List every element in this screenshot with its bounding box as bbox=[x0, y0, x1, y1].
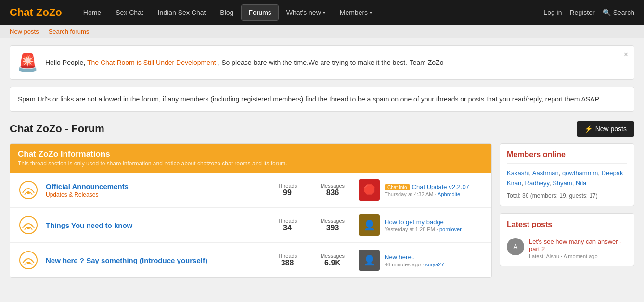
forum-icon-1 bbox=[18, 214, 39, 236]
forum-threads-count-0: 99 bbox=[283, 189, 292, 197]
new-posts-button[interactable]: ⚡ New posts bbox=[577, 121, 634, 137]
forum-threads-count-1: 34 bbox=[283, 224, 292, 232]
forum-info-1: Things You need to know bbox=[46, 221, 261, 229]
latest-avatar-2: 👤 bbox=[359, 250, 380, 271]
forum-threads-count-2: 388 bbox=[281, 259, 294, 267]
logo-chat: Chat bbox=[10, 6, 36, 18]
forum-stats-messages-2: Messages 6.9K bbox=[313, 253, 352, 267]
member-link-2[interactable]: gowthammm bbox=[562, 169, 598, 176]
whats-new-chevron: ▾ bbox=[323, 10, 325, 15]
forum-icon-2 bbox=[18, 250, 39, 271]
alert-icon: 🚨 bbox=[17, 52, 39, 73]
latest-tag-0: Chat Info bbox=[385, 184, 410, 190]
forum-info-0: Official Announcements Updates & Release… bbox=[46, 182, 261, 198]
forum-row-0: Official Announcements Updates & Release… bbox=[10, 173, 491, 208]
forum-category-0: Chat ZoZo Informations This thread secti… bbox=[10, 143, 492, 278]
members-list: Kakashi, Aashman, gowthammm, Deepak Kira… bbox=[507, 168, 627, 189]
forum-name-1[interactable]: Things You need to know bbox=[46, 221, 261, 229]
lightning-icon: ⚡ bbox=[584, 125, 592, 133]
nav-home[interactable]: Home bbox=[77, 5, 108, 20]
nav-whats-new[interactable]: What's new ▾ bbox=[280, 5, 332, 20]
login-link[interactable]: Log in bbox=[543, 9, 562, 16]
latest-author-2[interactable]: surya27 bbox=[425, 262, 444, 267]
latest-author-1[interactable]: pornlover bbox=[439, 226, 462, 232]
latest-post-meta-0: Latest: Aishu · A moment ago bbox=[529, 253, 627, 259]
latest-title-0[interactable]: Chat Update v2.2.07 bbox=[412, 183, 469, 190]
nav-indian-sex-chat[interactable]: Indian Sex Chat bbox=[151, 5, 213, 20]
forum-stats-messages-1: Messages 393 bbox=[313, 218, 352, 232]
forum-icon-0 bbox=[18, 179, 39, 201]
svg-point-4 bbox=[20, 216, 37, 234]
top-navbar: Chat ZoZo Home Sex Chat Indian Sex Chat … bbox=[0, 0, 644, 25]
members-online-box: Members online Kakashi, Aashman, gowtham… bbox=[500, 143, 634, 206]
latest-meta-1: Yesterday at 1:28 PM · pornlover bbox=[385, 226, 462, 232]
alert-text: Hello People, The Chat Room is Still Und… bbox=[45, 58, 443, 68]
nav-right: Log in Register 🔍 Search bbox=[543, 9, 634, 16]
search-icon: 🔍 bbox=[603, 9, 611, 16]
members-total: Total: 36 (members: 19, guests: 17) bbox=[507, 192, 627, 199]
new-posts-link[interactable]: New posts bbox=[10, 28, 39, 35]
latest-info-2: New here.. 46 minutes ago · surya27 bbox=[385, 253, 444, 267]
forum-sidebar: Members online Kakashi, Aashman, gowtham… bbox=[500, 143, 634, 285]
members-online-title: Members online bbox=[507, 151, 627, 164]
forum-stats-threads-2: Threads 388 bbox=[268, 253, 307, 267]
forum-main: Chat ZoZo Informations This thread secti… bbox=[10, 143, 492, 285]
forum-section-title: Chat ZoZo - Forum bbox=[10, 123, 104, 135]
forum-sub-0: Updates & Releases bbox=[46, 191, 261, 198]
latest-meta-2: 46 minutes ago · surya27 bbox=[385, 262, 444, 267]
latest-info-0: Chat InfoChat Update v2.2.07 Thursday at… bbox=[385, 183, 469, 197]
forum-name-0[interactable]: Official Announcements bbox=[46, 182, 261, 190]
member-link-5[interactable]: Shyam bbox=[553, 179, 572, 187]
forum-name-2[interactable]: New here ? Say something (Introduce your… bbox=[46, 256, 261, 264]
logo-zozo: ZoZo bbox=[36, 6, 62, 18]
category-title-0: Chat ZoZo Informations bbox=[18, 150, 484, 159]
main-content: 🚨 Hello People, The Chat Room is Still U… bbox=[0, 38, 644, 291]
latest-title-1[interactable]: How to get my badge bbox=[385, 218, 444, 226]
category-header-0: Chat ZoZo Informations This thread secti… bbox=[10, 144, 491, 173]
forum-stats-threads-1: Threads 34 bbox=[268, 218, 307, 232]
latest-post-info-0: Let's see how many can answer - part 2 L… bbox=[529, 238, 627, 259]
svg-point-6 bbox=[20, 252, 37, 269]
latest-post-title-0[interactable]: Let's see how many can answer - part 2 bbox=[529, 238, 627, 252]
nav-sex-chat[interactable]: Sex Chat bbox=[109, 5, 150, 20]
latest-post-item-0: A Let's see how many can answer - part 2… bbox=[507, 238, 627, 259]
latest-posts-box: Latest posts A Let's see how many can an… bbox=[500, 213, 634, 266]
forum-latest-0: 🛑 Chat InfoChat Update v2.2.07 Thursday … bbox=[359, 179, 484, 201]
members-chevron: ▾ bbox=[370, 10, 372, 15]
nav-forums[interactable]: Forums bbox=[241, 4, 278, 21]
latest-title-2[interactable]: New here.. bbox=[385, 253, 415, 261]
latest-avatar-0: 🛑 bbox=[359, 179, 380, 201]
member-link-0[interactable]: Kakashi bbox=[507, 169, 529, 176]
svg-point-0 bbox=[20, 181, 37, 199]
latest-meta-0: Thursday at 4:32 AM · Aphrodite bbox=[385, 191, 469, 197]
nav-members[interactable]: Members ▾ bbox=[333, 5, 379, 20]
latest-author-0[interactable]: Aphrodite bbox=[438, 191, 460, 197]
forum-latest-2: 👤 New here.. 46 minutes ago · surya27 bbox=[359, 250, 484, 271]
forum-info-2: New here ? Say something (Introduce your… bbox=[46, 256, 261, 264]
site-logo[interactable]: Chat ZoZo bbox=[10, 6, 62, 19]
forum-messages-count-2: 6.9K bbox=[324, 259, 341, 267]
search-forums-link[interactable]: Search forums bbox=[49, 28, 90, 35]
register-link[interactable]: Register bbox=[570, 9, 595, 16]
forum-stats-threads-0: Threads 99 bbox=[268, 183, 307, 197]
member-link-1[interactable]: Aashman bbox=[532, 169, 559, 176]
forum-layout: Chat ZoZo Informations This thread secti… bbox=[10, 143, 634, 285]
alert-banner: 🚨 Hello People, The Chat Room is Still U… bbox=[10, 45, 634, 80]
latest-info-1: How to get my badge Yesterday at 1:28 PM… bbox=[385, 218, 462, 232]
forum-messages-count-0: 836 bbox=[326, 189, 339, 197]
latest-posts-title: Latest posts bbox=[507, 220, 627, 233]
member-link-4[interactable]: Radheyy bbox=[525, 179, 549, 187]
member-link-6[interactable]: Nila bbox=[576, 179, 586, 187]
latest-avatar-1: 👤 bbox=[359, 214, 380, 236]
forum-header: Chat ZoZo - Forum ⚡ New posts bbox=[10, 121, 634, 137]
alert-close-button[interactable]: × bbox=[624, 50, 628, 59]
nav-blog[interactable]: Blog bbox=[213, 5, 240, 20]
spam-notice: Spam Url's or links are not allowed in t… bbox=[10, 87, 634, 112]
search-link[interactable]: 🔍 Search bbox=[603, 9, 634, 16]
forum-row-2: New here ? Say something (Introduce your… bbox=[10, 243, 491, 277]
forum-latest-1: 👤 How to get my badge Yesterday at 1:28 … bbox=[359, 214, 484, 236]
nav-links: Home Sex Chat Indian Sex Chat Blog Forum… bbox=[77, 4, 544, 21]
category-desc-0: This thread section is only used to shar… bbox=[18, 160, 484, 167]
forum-stats-messages-0: Messages 836 bbox=[313, 183, 352, 197]
latest-post-avatar-0: A bbox=[507, 238, 524, 255]
